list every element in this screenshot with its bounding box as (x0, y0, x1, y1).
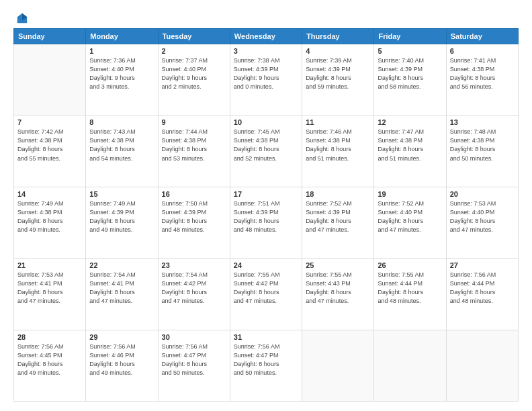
calendar-cell: 14Sunrise: 7:49 AMSunset: 4:38 PMDayligh… (14, 187, 86, 258)
calendar-cell: 5Sunrise: 7:40 AMSunset: 4:39 PMDaylight… (374, 44, 446, 116)
calendar-cell: 3Sunrise: 7:38 AMSunset: 4:39 PMDaylight… (230, 44, 302, 116)
day-info: Sunrise: 7:44 AMSunset: 4:38 PMDaylight:… (162, 128, 226, 163)
day-info: Sunrise: 7:55 AMSunset: 4:43 PMDaylight:… (306, 271, 370, 306)
day-number: 9 (162, 118, 226, 126)
calendar-cell: 15Sunrise: 7:49 AMSunset: 4:39 PMDayligh… (86, 187, 158, 258)
day-info: Sunrise: 7:49 AMSunset: 4:38 PMDaylight:… (17, 199, 82, 234)
day-number: 31 (234, 333, 298, 341)
day-info: Sunrise: 7:47 AMSunset: 4:38 PMDaylight:… (378, 128, 442, 163)
day-number: 12 (378, 118, 442, 126)
day-info: Sunrise: 7:45 AMSunset: 4:38 PMDaylight:… (234, 128, 298, 163)
day-number: 8 (89, 118, 154, 126)
column-header-monday: Monday (86, 29, 158, 44)
calendar-cell: 29Sunrise: 7:56 AMSunset: 4:46 PMDayligh… (86, 330, 158, 401)
day-info: Sunrise: 7:53 AMSunset: 4:40 PMDaylight:… (450, 199, 515, 234)
day-info: Sunrise: 7:51 AMSunset: 4:39 PMDaylight:… (234, 199, 298, 234)
day-number: 22 (89, 261, 154, 269)
day-number: 7 (17, 118, 82, 126)
day-info: Sunrise: 7:55 AMSunset: 4:42 PMDaylight:… (234, 271, 298, 306)
day-number: 28 (17, 333, 82, 341)
calendar-cell: 16Sunrise: 7:50 AMSunset: 4:39 PMDayligh… (158, 187, 230, 258)
day-number: 5 (378, 47, 442, 55)
calendar-table: SundayMondayTuesdayWednesdayThursdayFrid… (13, 28, 519, 402)
day-number: 1 (89, 47, 154, 55)
calendar-cell: 19Sunrise: 7:52 AMSunset: 4:40 PMDayligh… (374, 187, 446, 258)
day-info: Sunrise: 7:56 AMSunset: 4:44 PMDaylight:… (450, 271, 515, 306)
calendar-cell: 28Sunrise: 7:56 AMSunset: 4:45 PMDayligh… (14, 330, 86, 401)
day-number: 26 (378, 261, 442, 269)
column-header-saturday: Saturday (446, 29, 518, 44)
day-info: Sunrise: 7:46 AMSunset: 4:38 PMDaylight:… (306, 128, 370, 163)
calendar-cell (446, 330, 518, 401)
calendar-cell: 25Sunrise: 7:55 AMSunset: 4:43 PMDayligh… (302, 259, 374, 330)
calendar-cell (14, 44, 86, 116)
calendar-cell: 26Sunrise: 7:55 AMSunset: 4:44 PMDayligh… (374, 259, 446, 330)
day-info: Sunrise: 7:49 AMSunset: 4:39 PMDaylight:… (89, 199, 154, 234)
calendar-cell (374, 330, 446, 401)
calendar-cell: 8Sunrise: 7:43 AMSunset: 4:38 PMDaylight… (86, 116, 158, 187)
day-number: 14 (17, 190, 82, 198)
day-info: Sunrise: 7:52 AMSunset: 4:39 PMDaylight:… (306, 199, 370, 234)
calendar-cell: 9Sunrise: 7:44 AMSunset: 4:38 PMDaylight… (158, 116, 230, 187)
week-row-5: 28Sunrise: 7:56 AMSunset: 4:45 PMDayligh… (14, 330, 519, 401)
calendar-cell: 6Sunrise: 7:41 AMSunset: 4:38 PMDaylight… (446, 44, 518, 116)
day-info: Sunrise: 7:52 AMSunset: 4:40 PMDaylight:… (378, 199, 442, 234)
calendar-cell: 30Sunrise: 7:56 AMSunset: 4:47 PMDayligh… (158, 330, 230, 401)
week-row-1: 1Sunrise: 7:36 AMSunset: 4:40 PMDaylight… (14, 44, 519, 116)
calendar-cell: 20Sunrise: 7:53 AMSunset: 4:40 PMDayligh… (446, 187, 518, 258)
day-info: Sunrise: 7:53 AMSunset: 4:41 PMDaylight:… (17, 271, 82, 306)
week-row-3: 14Sunrise: 7:49 AMSunset: 4:38 PMDayligh… (14, 187, 519, 258)
calendar-cell: 13Sunrise: 7:48 AMSunset: 4:38 PMDayligh… (446, 116, 518, 187)
day-info: Sunrise: 7:56 AMSunset: 4:47 PMDaylight:… (162, 342, 226, 377)
calendar-header-row: SundayMondayTuesdayWednesdayThursdayFrid… (14, 29, 519, 44)
logo (13, 12, 28, 21)
column-header-friday: Friday (374, 29, 446, 44)
calendar-cell (302, 330, 374, 401)
day-number: 29 (89, 333, 154, 341)
calendar-cell: 2Sunrise: 7:37 AMSunset: 4:40 PMDaylight… (158, 44, 230, 116)
day-number: 23 (162, 261, 226, 269)
day-number: 15 (89, 190, 154, 198)
day-number: 19 (378, 190, 442, 198)
calendar-cell: 4Sunrise: 7:39 AMSunset: 4:39 PMDaylight… (302, 44, 374, 116)
day-number: 4 (306, 47, 370, 55)
day-number: 17 (234, 190, 298, 198)
day-info: Sunrise: 7:38 AMSunset: 4:39 PMDaylight:… (234, 56, 298, 91)
day-info: Sunrise: 7:41 AMSunset: 4:38 PMDaylight:… (450, 56, 515, 91)
day-info: Sunrise: 7:56 AMSunset: 4:46 PMDaylight:… (89, 342, 154, 377)
column-header-wednesday: Wednesday (230, 29, 302, 44)
day-info: Sunrise: 7:40 AMSunset: 4:39 PMDaylight:… (378, 56, 442, 91)
day-number: 16 (162, 190, 226, 198)
week-row-4: 21Sunrise: 7:53 AMSunset: 4:41 PMDayligh… (14, 259, 519, 330)
day-number: 11 (306, 118, 370, 126)
calendar-cell: 22Sunrise: 7:54 AMSunset: 4:41 PMDayligh… (86, 259, 158, 330)
day-info: Sunrise: 7:54 AMSunset: 4:41 PMDaylight:… (89, 271, 154, 306)
column-header-tuesday: Tuesday (158, 29, 230, 44)
logo-icon (16, 12, 28, 24)
day-info: Sunrise: 7:55 AMSunset: 4:44 PMDaylight:… (378, 271, 442, 306)
day-info: Sunrise: 7:56 AMSunset: 4:45 PMDaylight:… (17, 342, 82, 377)
day-number: 13 (450, 118, 515, 126)
day-info: Sunrise: 7:56 AMSunset: 4:47 PMDaylight:… (234, 342, 298, 377)
week-row-2: 7Sunrise: 7:42 AMSunset: 4:38 PMDaylight… (14, 116, 519, 187)
calendar-cell: 11Sunrise: 7:46 AMSunset: 4:38 PMDayligh… (302, 116, 374, 187)
day-number: 3 (234, 47, 298, 55)
day-info: Sunrise: 7:36 AMSunset: 4:40 PMDaylight:… (89, 56, 154, 91)
calendar-cell: 17Sunrise: 7:51 AMSunset: 4:39 PMDayligh… (230, 187, 302, 258)
calendar-cell: 10Sunrise: 7:45 AMSunset: 4:38 PMDayligh… (230, 116, 302, 187)
day-info: Sunrise: 7:37 AMSunset: 4:40 PMDaylight:… (162, 56, 226, 91)
day-number: 18 (306, 190, 370, 198)
calendar-cell: 24Sunrise: 7:55 AMSunset: 4:42 PMDayligh… (230, 259, 302, 330)
day-info: Sunrise: 7:54 AMSunset: 4:42 PMDaylight:… (162, 271, 226, 306)
day-info: Sunrise: 7:43 AMSunset: 4:38 PMDaylight:… (89, 128, 154, 163)
calendar-cell: 31Sunrise: 7:56 AMSunset: 4:47 PMDayligh… (230, 330, 302, 401)
day-info: Sunrise: 7:42 AMSunset: 4:38 PMDaylight:… (17, 128, 82, 163)
calendar-cell: 21Sunrise: 7:53 AMSunset: 4:41 PMDayligh… (14, 259, 86, 330)
calendar-cell: 7Sunrise: 7:42 AMSunset: 4:38 PMDaylight… (14, 116, 86, 187)
day-info: Sunrise: 7:39 AMSunset: 4:39 PMDaylight:… (306, 56, 370, 91)
day-number: 20 (450, 190, 515, 198)
day-number: 6 (450, 47, 515, 55)
day-number: 10 (234, 118, 298, 126)
day-number: 21 (17, 261, 82, 269)
calendar-cell: 1Sunrise: 7:36 AMSunset: 4:40 PMDaylight… (86, 44, 158, 116)
